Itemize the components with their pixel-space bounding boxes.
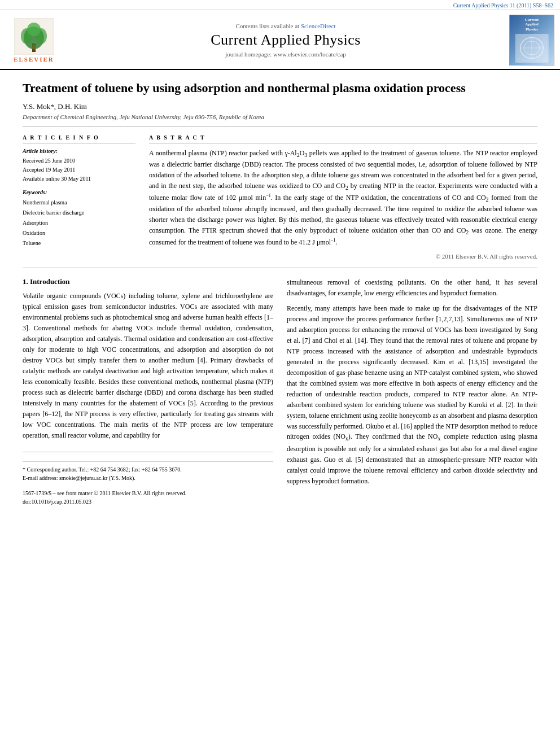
cover-title-text: CurrentAppliedPhysics (525, 18, 539, 32)
doi-line: doi:10.1016/j.cap.2011.05.023 (23, 499, 273, 505)
body-content: 1. Introduction Volatile organic compoun… (23, 268, 537, 505)
footer-divider (23, 461, 273, 462)
intro-paragraph-2: simultaneous removal of coexisting pollu… (287, 277, 537, 299)
footnote-email: E-mail address: smokie@jejunu.ac.kr (Y.S… (23, 474, 273, 482)
journal-cover-area: CurrentAppliedPhysics (504, 15, 560, 65)
intro-paragraph-1: Volatile organic compounds (VOCs) includ… (23, 291, 273, 440)
svg-point-5 (27, 23, 41, 36)
journal-title-area: Contents lists available at ScienceDirec… (68, 23, 504, 58)
keywords-label: Keywords: (23, 189, 135, 195)
main-content: Treatment of toluene by using adsorption… (0, 70, 560, 505)
copyright-notice: © 2011 Elsevier B.V. All rights reserved… (149, 253, 537, 260)
article-info-heading: A R T I C L E I N F O (23, 134, 135, 143)
body-right-column: simultaneous removal of coexisting pollu… (287, 277, 537, 505)
article-info-column: A R T I C L E I N F O Article history: R… (23, 134, 135, 260)
affiliation: Department of Chemical Engineering, Jeju… (23, 113, 537, 120)
keywords-list: Nonthermal plasma Dielectric barrier dis… (23, 198, 135, 248)
footer-area: * Corresponding author. Tel.: +82 64 754… (23, 452, 273, 505)
keyword-5: Toluene (23, 238, 135, 248)
issn-line: 1567-1739/$ – see front matter © 2011 El… (23, 490, 273, 496)
article-title-section: Treatment of toluene by using adsorption… (23, 70, 537, 126)
abstract-column: A B S T R A C T A nonthermal plasma (NTP… (149, 134, 537, 260)
journal-title: Current Applied Physics (68, 32, 504, 49)
section1-title: 1. Introduction (23, 277, 273, 286)
journal-reference-bar: Current Applied Physics 11 (2011) S58–S6… (0, 0, 560, 10)
elsevier-logo: ELSEVIER (14, 18, 54, 63)
article-title: Treatment of toluene by using adsorption… (23, 80, 537, 97)
info-abstract-section: A R T I C L E I N F O Article history: R… (23, 126, 537, 269)
intro-paragraph-3: Recently, many attempts have been made t… (287, 303, 537, 486)
received-date: Received 25 June 2010 (23, 156, 135, 165)
article-history-label: Article history: (23, 148, 135, 154)
available-online-date: Available online 30 May 2011 (23, 174, 135, 184)
keyword-3: Adsorption (23, 218, 135, 228)
elsevier-brand-text: ELSEVIER (14, 56, 54, 63)
journal-header: ELSEVIER Contents lists available at Sci… (0, 10, 560, 70)
body-left-column: 1. Introduction Volatile organic compoun… (23, 277, 273, 505)
journal-ref-text: Current Applied Physics 11 (2011) S58–S6… (453, 2, 553, 8)
authors: Y.S. Mok*, D.H. Kim (23, 102, 537, 111)
journal-homepage: journal homepage: www.elsevier.com/locat… (68, 51, 504, 58)
accepted-date: Accepted 19 May 2011 (23, 165, 135, 174)
footer-bottom: 1567-1739/$ – see front matter © 2011 El… (23, 490, 273, 505)
science-direct-anchor[interactable]: ScienceDirect (301, 23, 336, 29)
keyword-2: Dielectric barrier discharge (23, 208, 135, 218)
elsevier-tree-icon (14, 18, 54, 55)
article-dates: Received 25 June 2010 Accepted 19 May 20… (23, 156, 135, 184)
cover-graphic (515, 34, 549, 63)
elsevier-logo-area: ELSEVIER (0, 18, 68, 63)
keyword-1: Nonthermal plasma (23, 198, 135, 208)
science-direct-link: Contents lists available at ScienceDirec… (68, 23, 504, 29)
abstract-text: A nonthermal plasma (NTP) reactor packed… (149, 148, 537, 248)
footnote-corresponding: * Corresponding author. Tel.: +82 64 754… (23, 465, 273, 474)
keyword-4: Oxidation (23, 228, 135, 238)
journal-cover-image: CurrentAppliedPhysics (509, 15, 554, 65)
svg-point-6 (32, 45, 36, 50)
abstract-heading: A B S T R A C T (149, 134, 537, 143)
